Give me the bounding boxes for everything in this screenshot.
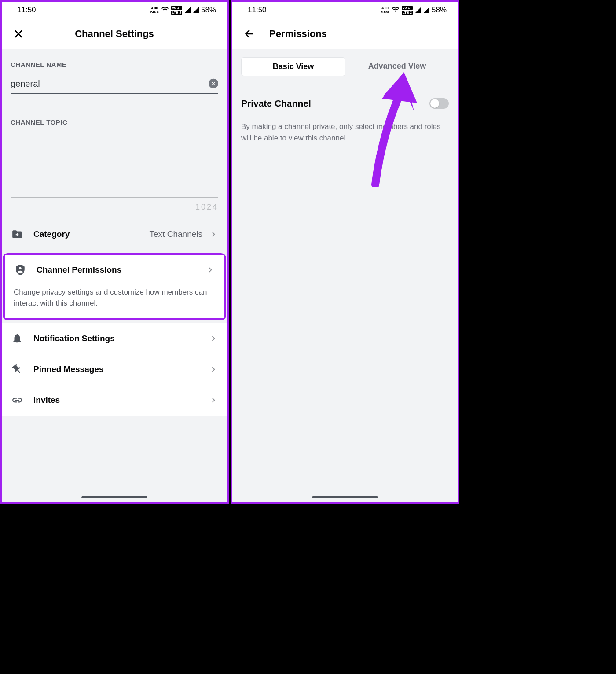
channel-name-input[interactable] [11,74,218,94]
pinned-messages-row[interactable]: Pinned Messages [2,354,227,385]
pin-icon [11,363,24,376]
page-title: Channel Settings [27,28,202,40]
signal-icon-2 [193,7,199,13]
right-screen: 11:50 4.00KB/S Vo 1 LTE 2 58% Permission… [231,0,459,504]
signal-icon-1 [415,7,421,13]
lte-badge: Vo 1 LTE 2 [171,6,182,15]
channel-permissions-row[interactable]: Channel Permissions [5,255,224,285]
app-bar: Permissions [232,18,458,49]
link-icon [11,394,24,407]
tab-advanced-view[interactable]: Advanced View [345,57,449,76]
view-tabs: Basic View Advanced View [232,49,458,81]
status-icons: 4.00KB/S Vo 1 LTE 2 58% [150,5,216,15]
signal-icon-1 [184,7,191,13]
permissions-desc: Change privacy settings and customize ho… [5,285,224,318]
home-indicator[interactable] [81,496,147,498]
invites-label: Invites [33,395,209,405]
status-time: 11:50 [248,6,267,15]
channel-topic-input[interactable] [11,132,218,198]
app-bar: Channel Settings [2,18,227,49]
home-indicator[interactable] [312,496,378,498]
status-icons: 4.00KB/S Vo 1 LTE 2 58% [381,5,447,15]
bell-icon [11,332,24,345]
chevron-right-icon [209,395,218,405]
folder-plus-icon [11,228,24,241]
wifi-icon [161,5,169,15]
pinned-label: Pinned Messages [33,365,209,374]
private-channel-label: Private Channel [241,98,311,109]
status-bar: 11:50 4.00KB/S Vo 1 LTE 2 58% [232,2,458,18]
clear-name-button[interactable] [209,78,218,88]
topic-charcount: 1024 [2,200,227,212]
shield-person-icon [14,263,27,276]
private-channel-row: Private Channel [241,98,449,109]
channel-name-label: CHANNEL NAME [2,49,227,74]
chevron-right-icon [205,265,215,275]
notification-settings-row[interactable]: Notification Settings [2,323,227,354]
kbs-indicator: 4.00KB/S [150,7,159,14]
lte-badge: Vo 1 LTE 2 [402,6,413,15]
signal-icon-2 [423,7,429,13]
private-channel-toggle[interactable] [429,98,449,109]
status-bar: 11:50 4.00KB/S Vo 1 LTE 2 58% [2,2,227,18]
kbs-indicator: 4.00KB/S [381,7,389,14]
chevron-right-icon [209,365,218,374]
tab-basic-view[interactable]: Basic View [241,57,345,76]
left-screen: 11:50 4.00KB/S Vo 1 LTE 2 58% Channel Se… [0,0,229,504]
wifi-icon [392,5,400,15]
private-channel-desc: By making a channel private, only select… [232,112,458,144]
status-time: 11:50 [17,6,36,15]
channel-topic-label: CHANNEL TOPIC [2,107,227,132]
category-label: Category [33,229,150,239]
chevron-right-icon [209,229,218,239]
category-value: Text Channels [150,229,202,239]
notifications-label: Notification Settings [33,334,209,343]
chevron-right-icon [209,334,218,343]
page-title: Permissions [269,28,327,40]
permissions-highlight: Channel Permissions Change privacy setti… [3,253,226,320]
battery-text: 58% [432,6,447,15]
permissions-label: Channel Permissions [37,265,205,275]
battery-text: 58% [201,6,216,15]
close-icon[interactable] [10,25,27,43]
back-icon[interactable] [240,25,258,43]
invites-row[interactable]: Invites [2,385,227,416]
category-row[interactable]: Category Text Channels [2,212,227,254]
